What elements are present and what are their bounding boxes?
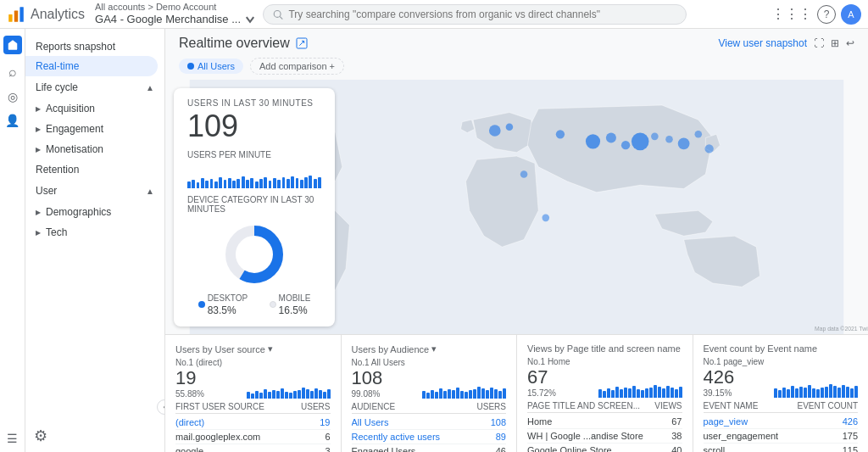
user-collapse-icon: ▲ [146,187,154,196]
sidebar-item-monetisation[interactable]: ▶ Monetisation [25,139,158,159]
plus-icon: + [330,61,335,71]
chevron-down-icon [244,14,256,25]
sidebar-item-realtime[interactable]: Real-time [25,56,158,76]
card1-header-row: No.1 (direct) 19 55.88% [175,358,331,399]
svg-point-19 [695,131,703,138]
sidebar-user-header[interactable]: User ▲ [25,180,164,202]
desktop-legend-item: DESKTOP 83.5% [198,293,248,316]
card4-no1-value: 426 [704,366,765,388]
sidebar-item-acquisition[interactable]: ▶ Acquisition [25,98,158,119]
people-icon[interactable]: 👤 [5,114,19,127]
card3-mini-chart [598,379,682,398]
table-row: user_engagement175 [704,429,859,444]
sidebar-item-demographics[interactable]: ▶ Demographics [25,202,158,222]
menu-icon[interactable]: ☰ [7,432,18,445]
card1-dropdown-icon[interactable]: ▾ [268,343,273,354]
card2-header-row: No.1 All Users 108 99.08% [352,358,507,399]
sidebar-collapse-icon[interactable]: ‹ [157,399,165,415]
svg-point-13 [606,133,616,143]
card3-pct: 15.72% [527,388,570,398]
mobile-legend-item: MOBILE 16.5% [270,293,311,316]
table-row: google3 [175,444,331,452]
account-icon[interactable]: A [841,4,861,25]
card1-title: Users by User source ▾ [175,343,331,354]
card1-table-header: FIRST USER SOURCE USERS [175,402,331,414]
sidebar-item-engagement[interactable]: ▶ Engagement [25,119,158,139]
share-icon[interactable] [295,36,309,50]
sidebar: Reports snapshot Real-time Life cycle ▲ … [25,29,165,452]
svg-rect-1 [14,10,18,21]
expand-triangle-icon: ▶ [36,105,41,113]
device-donut-chart [187,220,321,288]
svg-point-18 [678,138,690,150]
card4-title: Event count by Event name [704,343,859,354]
settings-icon[interactable]: ⚙ [34,427,47,445]
card4-table-body: page_view426user_engagement175scroll115s… [704,415,859,452]
topbar-icons: ⋮⋮⋮ ? A [771,4,861,25]
target-icon[interactable]: ◎ [8,90,18,103]
card3-header-row: No.1 Home 67 15.72% [527,357,682,398]
device-category-label: DEVICE CATEGORY IN LAST 30 MINUTES [187,195,321,214]
card2-no1-value: 108 [352,367,405,389]
svg-rect-2 [19,7,23,22]
svg-point-17 [665,136,673,143]
svg-point-21 [520,170,528,178]
svg-text:Map data ©2021 Twit...: Map data ©2021 Twit... [815,326,868,332]
filter-dot [187,63,194,70]
card3-table-header: PAGE TITLE AND SCREEN... VIEWS [527,401,682,413]
card1-no1-label: No.1 (direct) [175,358,222,367]
expand-triangle-icon4: ▶ [36,209,41,216]
sidebar-lifecycle-header[interactable]: Life cycle ▲ [25,76,164,98]
search-nav-icon[interactable]: ⌕ [8,64,17,80]
all-users-filter[interactable]: All Users [179,59,243,74]
card2-table-header: AUDIENCE USERS [352,402,507,414]
data-cards: Users by User source ▾ No.1 (direct) 19 … [165,334,868,452]
users-per-min-chart [187,163,321,188]
card-user-source: Users by User source ▾ No.1 (direct) 19 … [165,335,342,452]
users-per-min-label: USERS PER MINUTE [187,150,321,159]
search-input[interactable] [288,8,677,20]
add-comparison-btn[interactable]: Add comparison + [250,58,344,75]
card2-title: Users by Audience ▾ [352,343,507,354]
card2-dropdown-icon[interactable]: ▾ [431,343,437,354]
card4-table-header: EVENT NAME EVENT COUNT [704,401,859,413]
search-bar[interactable] [263,4,687,25]
svg-point-10 [506,123,514,131]
card3-title: Views by Page title and screen name [527,343,682,354]
card2-mini-chart [422,380,506,399]
reports-snapshot-label: Reports snapshot [25,36,164,56]
icon-rail: ⌕ ◎ 👤 ☰ [0,29,25,452]
content-area: Realtime overview View user snapshot ⛶ ⊞… [165,29,868,452]
main-layout: ⌕ ◎ 👤 ☰ Reports snapshot Real-time Life … [0,29,868,452]
stats-card: USERS IN LAST 30 MINUTES 109 USERS PER M… [174,88,335,326]
grid-icon[interactable]: ⋮⋮⋮ [771,6,812,22]
expand-triangle-icon3: ▶ [36,146,41,153]
property-name[interactable]: GA4 - Google Merchandise ... [95,13,256,26]
table-row: scroll115 [704,444,859,452]
share-snapshot-icon[interactable]: ↩ [846,37,854,49]
card4-no1-label: No.1 page_view [704,357,765,366]
sidebar-item-retention[interactable]: Retention [25,159,158,180]
svg-point-22 [542,215,550,222]
svg-point-20 [705,144,714,153]
app-title: Analytics [31,7,85,22]
svg-point-3 [274,10,281,17]
svg-point-9 [489,125,501,137]
expand-icon[interactable]: ⊞ [831,37,839,49]
realtime-header: Realtime overview View user snapshot ⛶ ⊞… [165,29,868,56]
table-row: page_view426 [704,415,859,429]
sidebar-item-tech[interactable]: ▶ Tech [25,222,158,243]
fullscreen-icon[interactable]: ⛶ [814,37,824,49]
card4-mini-chart [774,379,858,398]
card2-no1-label: No.1 All Users [352,358,405,367]
filter-bar: All Users Add comparison + [165,56,868,80]
table-row: Recently active users89 [352,430,507,444]
card2-pct: 99.08% [352,389,405,399]
home-icon[interactable] [3,36,22,54]
view-snapshot-btn[interactable]: View user snapshot [718,37,807,49]
card-event-name: Event count by Event name No.1 page_view… [693,335,869,452]
help-icon[interactable]: ? [817,5,836,24]
card1-mini-chart [247,380,331,399]
desktop-pct: 83.5% [208,304,248,316]
realtime-actions: View user snapshot ⛶ ⊞ ↩ [718,37,854,49]
